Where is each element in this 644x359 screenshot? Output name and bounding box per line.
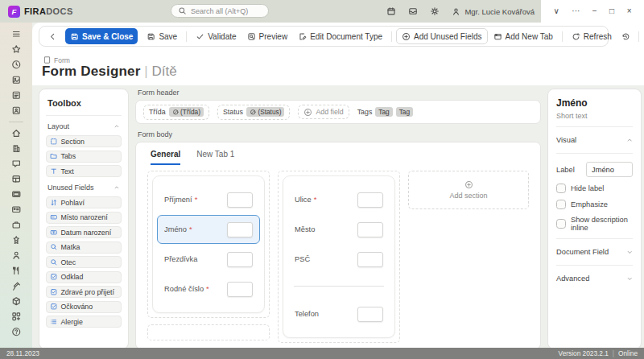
canvas-field[interactable]: Rodné číslo* <box>157 274 260 303</box>
rail-doc-image-icon[interactable] <box>0 72 32 88</box>
history-icon <box>621 32 630 41</box>
tag-pill[interactable]: Tag <box>375 107 392 117</box>
visual-label: Visual <box>556 136 576 144</box>
canvas-field[interactable]: Přezdívka <box>157 245 260 274</box>
canvas-field-label: Příjmení <box>164 196 192 204</box>
empty-dropzone[interactable] <box>147 324 270 340</box>
toolbox-item[interactable]: Očkováno <box>46 301 122 313</box>
toolbox-item[interactable]: Matka <box>46 241 122 254</box>
toolbox-item-label: Matka <box>61 243 80 251</box>
label-property-input[interactable] <box>586 162 633 177</box>
header-field-třída[interactable]: Třída(Třída) <box>143 105 209 120</box>
canvas-field[interactable]: Ulice* <box>287 185 390 214</box>
add-unused-fields-label: Add Unused Fields <box>414 32 482 41</box>
canvas-field[interactable]: PSČ <box>287 245 390 274</box>
label-property-row: Label <box>556 162 633 177</box>
rail-table-icon[interactable] <box>0 171 32 187</box>
form-tab-1[interactable]: General <box>151 150 180 165</box>
page-title-main: Form Designer <box>42 64 141 79</box>
more-window-button[interactable]: ··· <box>572 7 580 15</box>
visual-section-header[interactable]: Visual <box>556 134 633 146</box>
inbox-icon[interactable] <box>408 6 418 16</box>
toolbox-item[interactable]: Otec <box>46 256 122 268</box>
window-controls: ∨···−□× <box>541 0 644 23</box>
toolbox-item[interactable]: Section <box>46 135 122 147</box>
toolbox-item[interactable]: Místo narození <box>46 212 122 224</box>
minimize-window-button[interactable]: − <box>592 7 597 15</box>
user-menu[interactable]: Mgr. Lucie Kovářová <box>452 7 535 16</box>
rail-food-icon[interactable] <box>0 263 32 279</box>
rail-cube-icon[interactable] <box>0 294 32 309</box>
rail-image-frame-icon[interactable] <box>0 187 32 202</box>
header-field-status[interactable]: Status(Status) <box>217 105 291 120</box>
add-field-button[interactable]: Add field <box>298 105 349 119</box>
canvas-field[interactable]: Město <box>287 215 390 244</box>
close-window-button[interactable]: × <box>627 7 632 15</box>
toolbox-section-header[interactable]: Unused Fields <box>47 184 120 192</box>
tag-pill[interactable]: Tag <box>396 107 413 117</box>
rail-id-card-icon[interactable] <box>0 202 32 217</box>
add-section-button[interactable]: Add section <box>408 171 529 209</box>
add-new-tab-button[interactable]: Add New Tab <box>489 28 558 44</box>
collapse-window-button[interactable]: ∨ <box>553 7 559 15</box>
rail-apps-plus-icon[interactable] <box>0 309 32 324</box>
edit-document-icon <box>298 32 307 41</box>
advanced-section-header[interactable]: Advanced <box>556 272 633 285</box>
preview-button[interactable]: Preview <box>242 28 293 44</box>
rail-building-icon[interactable] <box>0 141 32 156</box>
checkbox[interactable] <box>556 184 566 193</box>
form-section[interactable]: Ulice*MěstoPSČTelefon <box>283 175 395 338</box>
canvas-field-label: Město <box>295 225 315 233</box>
toolbox-item[interactable]: Text <box>46 165 122 177</box>
toolbox-item[interactable]: Zdravé pro přijetí <box>46 286 122 298</box>
validate-button[interactable]: Validate <box>191 28 241 44</box>
history-button[interactable] <box>617 28 634 44</box>
rail-menu-icon[interactable] <box>0 27 32 42</box>
rail-star-icon[interactable] <box>0 42 32 57</box>
calendar-icon[interactable] <box>386 6 396 16</box>
required-asterisk: * <box>195 196 198 204</box>
section-dropzone[interactable]: Příjmení*Jméno*PřezdívkaRodné číslo* <box>147 171 270 318</box>
document-field-section-header[interactable]: Document Field <box>556 246 633 258</box>
form-section[interactable]: Příjmení*Jméno*PřezdívkaRodné číslo* <box>152 175 265 313</box>
chevron-left-icon <box>48 32 57 41</box>
toolbox-section-header[interactable]: Layout <box>47 122 120 130</box>
section-dropzone[interactable]: Ulice*MěstoPSČTelefon <box>278 171 400 343</box>
form-tab-2[interactable]: New Tab 1 <box>196 150 234 165</box>
rail-doc-user-icon[interactable] <box>0 103 32 118</box>
checkbox[interactable] <box>556 219 566 229</box>
checkbox[interactable] <box>556 200 566 209</box>
rail-home-icon[interactable] <box>0 126 32 141</box>
search-input[interactable]: Search all (Alt+Q) <box>171 4 269 18</box>
rail-award-icon[interactable] <box>0 233 32 248</box>
rail-vaccine-icon[interactable] <box>0 279 32 294</box>
refresh-button[interactable]: Refresh <box>567 28 617 44</box>
canvas-field[interactable]: Jméno* <box>157 215 260 244</box>
rail-chat-icon[interactable] <box>0 156 32 171</box>
rail-clock-icon[interactable] <box>0 57 32 72</box>
save-close-button[interactable]: Save & Close <box>65 28 138 44</box>
form-header-label: Form header <box>138 89 541 97</box>
add-field-label: Add field <box>316 108 343 116</box>
back-button[interactable] <box>44 28 61 44</box>
toolbox-item[interactable]: Datum narození <box>46 226 122 238</box>
gear-icon[interactable] <box>430 6 440 16</box>
rail-briefcase-icon[interactable] <box>0 217 32 233</box>
canvas-field[interactable]: Telefon <box>287 299 390 328</box>
form-header-zone[interactable]: Třída(Třída)Status(Status) Add field Tag… <box>135 100 541 124</box>
toolbox-item[interactable]: Alergie <box>46 316 122 328</box>
add-unused-fields-button[interactable]: Add Unused Fields <box>396 28 488 44</box>
toolbox-item[interactable]: Tabs <box>46 151 122 163</box>
save-button[interactable]: Save <box>142 28 182 44</box>
toolbox-item[interactable]: Odklad <box>46 271 122 283</box>
toolbox-item-label: Alergie <box>61 318 83 326</box>
maximize-window-button[interactable]: □ <box>609 7 614 15</box>
breadcrumb-label: Form <box>54 56 70 64</box>
canvas-field[interactable]: Příjmení* <box>157 185 260 214</box>
rail-doc-lines-icon[interactable] <box>0 88 32 103</box>
rail-help-icon[interactable] <box>0 324 32 340</box>
header-field-value-pill: (Status) <box>246 107 285 117</box>
rail-person-icon[interactable] <box>0 248 32 263</box>
toolbox-item[interactable]: Pohlaví <box>46 196 122 208</box>
edit-document-type-button[interactable]: Edit Document Type <box>293 28 387 44</box>
